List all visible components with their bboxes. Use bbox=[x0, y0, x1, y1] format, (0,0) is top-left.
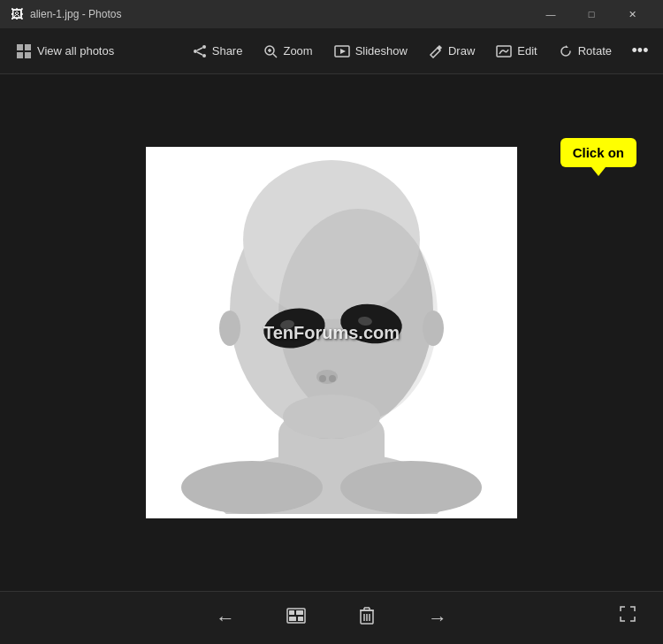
title-bar: 🖼 alien-1.jpg - Photos — □ ✕ bbox=[0, 0, 663, 28]
svg-rect-37 bbox=[296, 610, 303, 615]
draw-icon bbox=[429, 44, 443, 58]
edit-icon bbox=[496, 45, 512, 58]
svg-marker-16 bbox=[566, 45, 568, 48]
svg-line-10 bbox=[273, 54, 277, 58]
svg-point-28 bbox=[319, 375, 326, 382]
svg-line-7 bbox=[197, 48, 202, 50]
maximize-button[interactable]: □ bbox=[571, 0, 612, 28]
svg-rect-2 bbox=[17, 52, 23, 58]
zoom-button[interactable]: Zoom bbox=[255, 39, 321, 64]
main-content: Click on bbox=[0, 74, 663, 591]
zoom-icon bbox=[263, 44, 278, 58]
svg-rect-38 bbox=[289, 617, 296, 621]
more-options-button[interactable]: ••• bbox=[624, 35, 656, 67]
draw-button[interactable]: Draw bbox=[420, 39, 484, 64]
click-on-tooltip: Click on bbox=[560, 138, 636, 167]
minimize-button[interactable]: — bbox=[530, 0, 571, 28]
svg-point-29 bbox=[329, 375, 336, 382]
rotate-button[interactable]: Rotate bbox=[550, 39, 621, 64]
svg-rect-3 bbox=[25, 52, 31, 58]
title-bar-title: alien-1.jpg - Photos bbox=[30, 8, 121, 20]
svg-rect-0 bbox=[17, 44, 23, 50]
svg-point-4 bbox=[202, 45, 206, 49]
rotate-icon bbox=[559, 44, 573, 58]
zoom-label: Zoom bbox=[283, 44, 312, 58]
svg-marker-14 bbox=[340, 49, 346, 54]
share-label: Share bbox=[212, 44, 243, 58]
svg-point-6 bbox=[202, 54, 206, 58]
edit-button[interactable]: Edit bbox=[487, 39, 545, 63]
thumbnail-button[interactable] bbox=[278, 601, 314, 636]
photos-grid-icon bbox=[16, 43, 32, 59]
svg-point-31 bbox=[423, 310, 444, 346]
draw-label: Draw bbox=[448, 44, 475, 58]
edit-label: Edit bbox=[517, 44, 537, 58]
share-icon bbox=[193, 44, 207, 58]
rotate-label: Rotate bbox=[578, 44, 612, 58]
fullscreen-button[interactable] bbox=[610, 598, 645, 633]
svg-rect-39 bbox=[298, 617, 303, 621]
app-icon: 🖼 bbox=[11, 7, 23, 21]
svg-point-33 bbox=[340, 461, 482, 514]
svg-line-8 bbox=[197, 52, 202, 55]
delete-button[interactable] bbox=[349, 601, 385, 636]
slideshow-button[interactable]: Slideshow bbox=[325, 39, 416, 63]
svg-rect-36 bbox=[289, 610, 294, 615]
tooltip-text: Click on bbox=[573, 145, 624, 160]
thumbnail-icon bbox=[286, 608, 306, 628]
fullscreen-icon bbox=[620, 606, 636, 626]
image-container: TenForums.com bbox=[146, 147, 517, 518]
close-button[interactable]: ✕ bbox=[612, 0, 652, 28]
forward-button[interactable]: → bbox=[420, 601, 455, 636]
alien-image: TenForums.com bbox=[146, 147, 517, 518]
back-arrow-icon: ← bbox=[216, 607, 235, 630]
delete-icon bbox=[359, 607, 375, 629]
back-button[interactable]: ← bbox=[208, 601, 243, 636]
svg-rect-1 bbox=[25, 44, 31, 50]
toolbar: View all photos Share Zoom bbox=[0, 28, 663, 74]
view-all-photos-label: View all photos bbox=[37, 44, 114, 58]
svg-point-32 bbox=[181, 461, 323, 514]
share-button[interactable]: Share bbox=[184, 39, 252, 64]
bottom-bar: ← → bbox=[0, 591, 663, 644]
svg-point-30 bbox=[219, 310, 240, 346]
title-bar-controls: — □ ✕ bbox=[530, 0, 652, 28]
forward-arrow-icon: → bbox=[428, 607, 447, 630]
svg-point-34 bbox=[283, 395, 380, 439]
view-all-photos-button[interactable]: View all photos bbox=[7, 38, 123, 65]
svg-point-5 bbox=[194, 50, 197, 53]
slideshow-icon bbox=[334, 45, 350, 58]
slideshow-label: Slideshow bbox=[355, 44, 408, 58]
title-bar-left: 🖼 alien-1.jpg - Photos bbox=[11, 7, 121, 21]
